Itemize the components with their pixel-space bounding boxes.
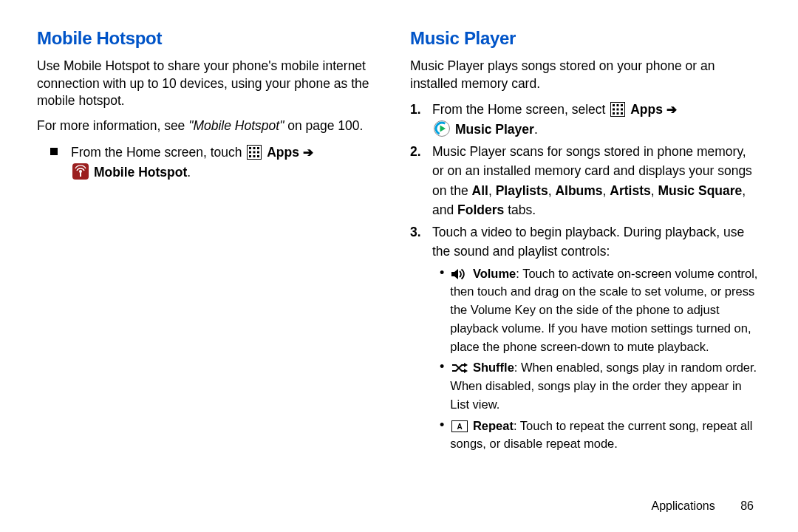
period: . (534, 122, 538, 137)
step-number-2: 2. (410, 142, 432, 219)
svg-point-12 (79, 170, 82, 173)
bullet-dot-icon: • (440, 417, 444, 454)
svg-marker-28 (464, 369, 468, 373)
moreinfo-ref: "Mobile Hotspot" (188, 118, 284, 133)
step-number-3: 3. (410, 222, 432, 262)
music-intro: Music Player plays songs stored on your … (410, 58, 761, 92)
svg-rect-4 (249, 151, 251, 153)
hotspot-moreinfo: For more information, see "Mobile Hotspo… (37, 117, 388, 135)
music-step-1: 1. From the Home screen, select Apps ➔ M… (410, 100, 761, 139)
right-column: Music Player Music Player plays songs st… (410, 28, 761, 488)
svg-rect-5 (253, 151, 256, 153)
tab-folders: Folders (457, 202, 504, 217)
svg-rect-21 (617, 112, 619, 115)
shuffle-label: Shuffle (473, 361, 514, 374)
step1-pre: From the Home screen, select (432, 102, 609, 117)
svg-marker-26 (451, 269, 458, 279)
apps-grid-icon (610, 102, 625, 117)
svg-text:A: A (457, 422, 463, 430)
apps-label: Apps (267, 145, 299, 160)
mobile-hotspot-heading: Mobile Hotspot (37, 28, 388, 49)
volume-label: Volume (473, 267, 516, 280)
hotspot-label: Mobile Hotspot (94, 165, 187, 180)
tab-all: All (472, 183, 488, 198)
step2-b: tabs. (504, 202, 536, 217)
shuffle-icon (451, 362, 468, 374)
volume-icon (451, 268, 468, 280)
hotspot-icon (72, 163, 89, 180)
svg-rect-3 (257, 147, 259, 149)
shuffle-item: • Shuffle: When enabled, songs play in r… (440, 358, 761, 413)
moreinfo-post: on page 100. (284, 118, 363, 133)
tab-albums: Albums (555, 183, 602, 198)
svg-rect-20 (613, 112, 615, 115)
svg-rect-22 (621, 112, 623, 115)
repeat-label: Repeat (473, 419, 514, 432)
music-step-3: 3. Touch a video to begin playback. Duri… (410, 222, 761, 262)
page-footer: Applications 86 (651, 499, 754, 513)
moreinfo-pre: For more information, see (37, 118, 188, 133)
footer-page-number: 86 (740, 499, 754, 512)
tab-artists: Artists (610, 183, 650, 198)
music-step-2: 2. Music Player scans for songs stored i… (410, 142, 761, 219)
svg-rect-1 (249, 147, 251, 149)
arrow-icon: ➔ (303, 146, 313, 160)
music-player-icon (434, 120, 450, 137)
volume-item: • Volume: Touch to activate on-screen vo… (440, 265, 761, 356)
svg-rect-14 (613, 104, 615, 106)
footer-section: Applications (651, 499, 715, 512)
step-pre: From the Home screen, touch (71, 145, 245, 160)
svg-rect-2 (253, 147, 256, 149)
bullet-dot-icon: • (440, 358, 444, 413)
hotspot-intro: Use Mobile Hotspot to share your phone's… (37, 58, 388, 110)
svg-rect-19 (621, 109, 623, 111)
svg-rect-15 (617, 104, 619, 106)
svg-rect-7 (249, 155, 251, 157)
left-column: Mobile Hotspot Use Mobile Hotspot to sha… (37, 28, 388, 488)
svg-rect-18 (617, 109, 619, 111)
apps-label: Apps (630, 102, 663, 117)
music-step-1-content: From the Home screen, select Apps ➔ Musi… (432, 100, 761, 139)
repeat-icon: A (451, 420, 468, 432)
music-step-2-content: Music Player scans for songs stored in p… (432, 142, 761, 219)
svg-rect-16 (621, 104, 623, 106)
apps-grid-icon (247, 145, 262, 160)
tab-music-square: Music Square (658, 183, 743, 198)
music-player-label: Music Player (455, 122, 534, 137)
hotspot-step-content: From the Home screen, touch Apps ➔ Mobil… (71, 143, 313, 183)
tab-playlists: Playlists (496, 183, 548, 198)
svg-marker-27 (464, 363, 468, 367)
bullet-dot-icon: • (440, 265, 444, 356)
svg-rect-8 (253, 155, 256, 157)
music-step-3-content: Touch a video to begin playback. During … (432, 222, 761, 262)
square-bullet-icon (50, 148, 58, 155)
svg-rect-9 (257, 155, 259, 157)
repeat-item: • A Repeat: Touch to repeat the current … (440, 417, 761, 454)
period: . (187, 165, 191, 180)
svg-rect-17 (613, 109, 615, 111)
music-player-heading: Music Player (410, 28, 761, 49)
step-number-1: 1. (410, 100, 432, 139)
arrow-icon: ➔ (666, 103, 677, 117)
hotspot-step: From the Home screen, touch Apps ➔ Mobil… (50, 143, 388, 183)
svg-rect-6 (257, 151, 259, 153)
